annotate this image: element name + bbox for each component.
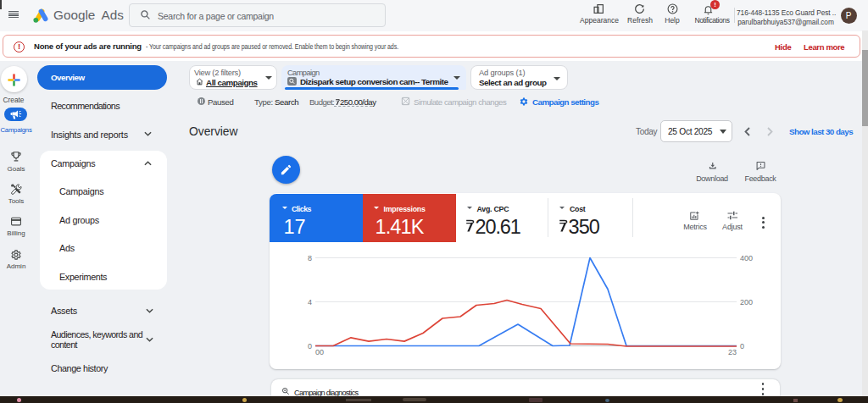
svg-text:8: 8: [308, 254, 312, 262]
svg-text:4: 4: [308, 298, 312, 306]
svg-text:400: 400: [740, 254, 753, 262]
svg-text:23: 23: [728, 348, 737, 356]
svg-text:00: 00: [315, 348, 324, 356]
svg-text:0: 0: [308, 342, 312, 351]
svg-text:0: 0: [740, 342, 744, 351]
svg-text:200: 200: [740, 298, 753, 306]
